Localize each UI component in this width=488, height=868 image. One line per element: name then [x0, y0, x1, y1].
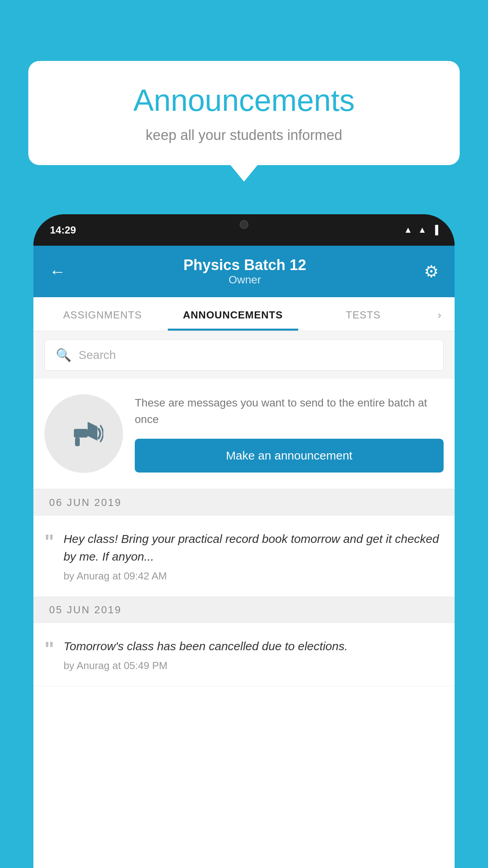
- promo-icon-circle: [44, 394, 123, 473]
- search-bar[interactable]: 🔍 Search: [44, 339, 444, 371]
- announcement-item-1: " Hey class! Bring your practical record…: [33, 516, 455, 597]
- announcement-meta-1: by Anurag at 09:42 AM: [64, 570, 444, 582]
- phone-notch: [213, 214, 275, 235]
- status-time: 14:29: [50, 224, 76, 236]
- app-screen: ← Physics Batch 12 Owner ⚙ ASSIGNMENTS A…: [33, 246, 455, 868]
- quote-icon: ": [44, 531, 54, 552]
- announcement-text-2: Tomorrow's class has been cancelled due …: [64, 637, 444, 655]
- status-bar: 14:29 ▲ ▲ ▐: [33, 214, 455, 246]
- header-title: Physics Batch 12: [183, 257, 306, 274]
- speech-bubble-title: Announcements: [52, 83, 436, 118]
- announcement-meta-2: by Anurag at 05:49 PM: [64, 660, 444, 672]
- tab-more-icon[interactable]: ›: [428, 297, 451, 331]
- status-icons: ▲ ▲ ▐: [404, 225, 438, 235]
- search-placeholder: Search: [79, 348, 116, 362]
- speech-bubble-subtitle: keep all your students informed: [52, 127, 436, 143]
- speech-bubble: Announcements keep all your students inf…: [28, 61, 460, 165]
- promo-area: These are messages you want to send to t…: [33, 379, 455, 489]
- gear-icon[interactable]: ⚙: [424, 262, 439, 281]
- tab-tests[interactable]: TESTS: [298, 297, 429, 331]
- announcement-item-2: " Tomorrow's class has been cancelled du…: [33, 623, 455, 686]
- header-title-area: Physics Batch 12 Owner: [183, 257, 306, 286]
- quote-icon-2: ": [44, 639, 54, 659]
- speech-bubble-container: Announcements keep all your students inf…: [28, 61, 460, 165]
- tab-assignments[interactable]: ASSIGNMENTS: [37, 297, 168, 331]
- phone-frame: 14:29 ▲ ▲ ▐ ← Physics Batch 12 Owner ⚙ A…: [33, 214, 455, 868]
- megaphone-icon: [64, 414, 103, 453]
- svg-rect-1: [74, 429, 88, 438]
- tabs-row: ASSIGNMENTS ANNOUNCEMENTS TESTS ›: [33, 297, 455, 331]
- announcement-content-1: Hey class! Bring your practical record b…: [64, 530, 444, 582]
- date-separator-2: 05 JUN 2019: [33, 597, 455, 623]
- tab-announcements[interactable]: ANNOUNCEMENTS: [168, 297, 298, 331]
- announcement-text-1: Hey class! Bring your practical record b…: [64, 530, 444, 565]
- back-button[interactable]: ←: [49, 262, 66, 281]
- search-bar-wrap: 🔍 Search: [33, 331, 455, 379]
- camera-dot: [240, 220, 248, 229]
- announcement-content-2: Tomorrow's class has been cancelled due …: [64, 637, 444, 672]
- signal-icon: ▲: [418, 225, 427, 235]
- promo-description: These are messages you want to send to t…: [135, 395, 444, 428]
- search-icon: 🔍: [56, 348, 72, 362]
- date-separator-1: 06 JUN 2019: [33, 489, 455, 516]
- wifi-icon: ▲: [404, 225, 413, 235]
- make-announcement-button[interactable]: Make an announcement: [135, 439, 444, 473]
- app-header: ← Physics Batch 12 Owner ⚙: [33, 246, 455, 297]
- promo-right: These are messages you want to send to t…: [135, 395, 444, 473]
- battery-icon: ▐: [432, 225, 438, 235]
- svg-rect-2: [75, 438, 80, 446]
- svg-marker-0: [88, 422, 97, 441]
- header-subtitle: Owner: [183, 274, 306, 286]
